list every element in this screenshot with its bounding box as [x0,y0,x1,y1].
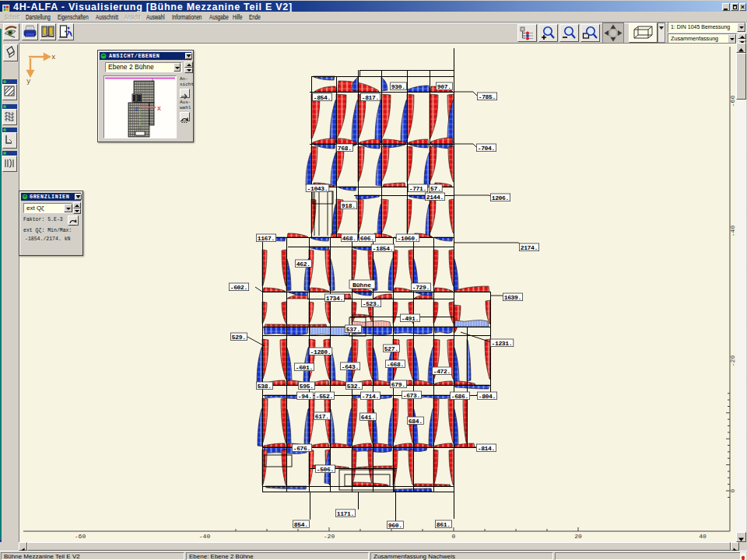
svg-text:z: z [135,105,139,112]
svg-text:x: x [139,126,142,131]
svg-text:X: X [157,105,161,112]
